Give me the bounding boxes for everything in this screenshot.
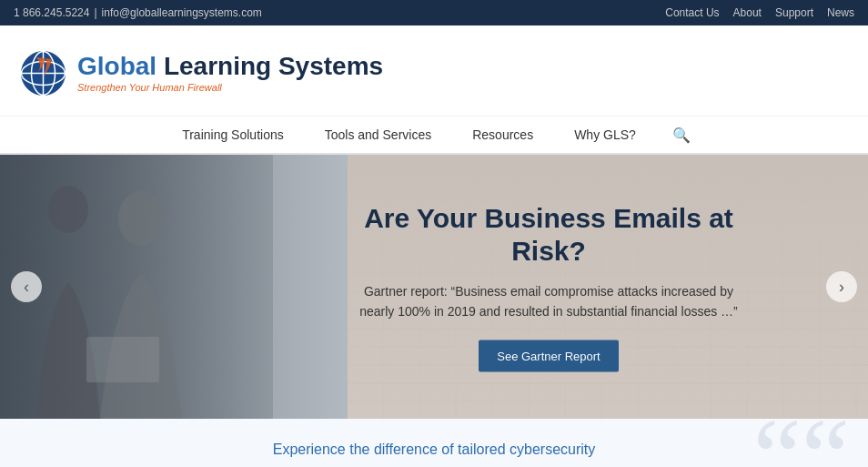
main-nav: Training Solutions Tools and Services Re… — [0, 117, 868, 155]
decorative-quote-marks: ““ — [752, 403, 850, 467]
topbar-email: info@globallearningsystems.com — [102, 6, 262, 19]
svg-point-6 — [118, 191, 164, 246]
topbar-contact-us-link[interactable]: Contact Us — [665, 6, 719, 19]
topbar-phone: 1 866.245.5224 — [14, 6, 89, 19]
logo-tagline: Strengthen Your Human Firewall — [77, 82, 383, 93]
svg-point-5 — [48, 186, 88, 233]
topbar: 1 866.245.5224 | info@globallearningsyst… — [0, 0, 868, 25]
bottom-section: Experience the difference of tailored cy… — [0, 419, 868, 467]
logo-title-part1: Global — [77, 52, 164, 80]
bottom-tagline: Experience the difference of tailored cy… — [268, 438, 601, 467]
nav-tools-services[interactable]: Tools and Services — [320, 118, 437, 151]
globe-icon — [18, 48, 68, 98]
site-header: Global Learning Systems Strengthen Your … — [0, 25, 868, 117]
carousel-prev-button[interactable]: ‹ — [11, 271, 42, 302]
hero-cta-button[interactable]: See Gartner Report — [479, 340, 618, 371]
hero-section: Are Your Business Emails at Risk? Gartne… — [0, 155, 868, 419]
topbar-nav: Contact Us About Support News — [665, 6, 854, 19]
topbar-news-link[interactable]: News — [827, 6, 854, 19]
bottom-text-line1: Experience the difference of tailored cy… — [273, 442, 596, 457]
hero-subtitle: Gartner report: “Business email compromi… — [358, 281, 740, 322]
logo-title-part2: Learning Systems — [164, 52, 383, 80]
topbar-about-link[interactable]: About — [733, 6, 762, 19]
topbar-contact-info: 1 866.245.5224 | info@globallearningsyst… — [14, 6, 262, 19]
hero-content: Are Your Business Emails at Risk? Gartne… — [358, 202, 740, 372]
hero-title: Are Your Business Emails at Risk? — [358, 202, 740, 268]
search-icon[interactable]: 🔍 — [672, 127, 691, 144]
nav-resources[interactable]: Resources — [468, 118, 538, 151]
logo[interactable]: Global Learning Systems Strengthen Your … — [18, 48, 383, 98]
logo-text: Global Learning Systems Strengthen Your … — [77, 53, 383, 94]
nav-why-gls[interactable]: Why GLS? — [570, 118, 641, 151]
topbar-support-link[interactable]: Support — [775, 6, 813, 19]
carousel-next-button[interactable]: › — [826, 271, 857, 302]
svg-rect-7 — [86, 337, 159, 382]
nav-training-solutions[interactable]: Training Solutions — [177, 118, 288, 151]
topbar-separator: | — [94, 6, 96, 19]
logo-title: Global Learning Systems — [77, 53, 383, 81]
